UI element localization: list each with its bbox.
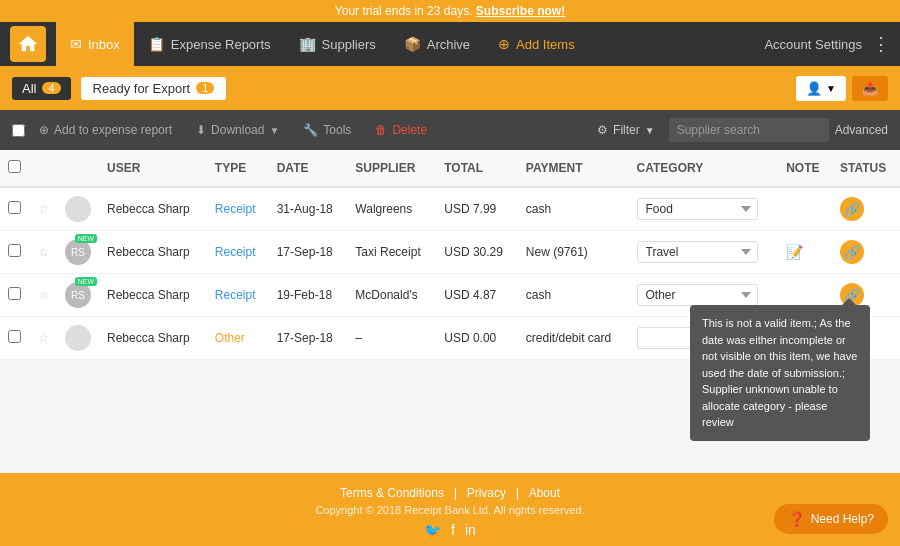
user-filter-btn[interactable]: 👤 ▼ [796, 76, 846, 101]
col-user: USER [99, 150, 207, 187]
privacy-link[interactable]: Privacy [467, 486, 506, 500]
cell-supplier: Taxi Receipt [347, 231, 436, 274]
cell-payment: cash [518, 187, 629, 231]
cell-payment: New (9761) [518, 231, 629, 274]
select-all-checkbox[interactable] [12, 124, 25, 137]
cell-category[interactable]: FoodTravelOtherEntertainmentAccommodatio… [629, 231, 779, 274]
more-menu[interactable]: ⋮ [872, 33, 890, 55]
cell-supplier: Walgreens [347, 187, 436, 231]
chevron-down-icon: ▼ [826, 83, 836, 94]
add-report-icon: ⊕ [39, 123, 49, 137]
add-icon: ⊕ [498, 36, 510, 52]
inbox-icon: ✉ [70, 36, 82, 52]
nav-right: Account Settings ⋮ [764, 33, 890, 55]
top-nav: ✉ Inbox 📋 Expense Reports 🏢 Suppliers 📦 … [0, 22, 900, 66]
sub-header-actions: 👤 ▼ 📤 [796, 76, 888, 101]
filter-icon: ⚙ [597, 123, 608, 137]
category-select[interactable]: FoodTravelOtherEntertainmentAccommodatio… [637, 198, 758, 220]
row-checkbox[interactable] [8, 244, 21, 257]
note-icon[interactable]: 📝 [786, 244, 803, 260]
cell-status[interactable]: 🔗 [832, 187, 900, 231]
account-settings[interactable]: Account Settings [764, 37, 862, 52]
toolbar-right: ⚙ Filter ▼ Advanced [589, 118, 888, 142]
cell-total: USD 4.87 [436, 274, 518, 317]
export-btn[interactable]: 📤 [852, 76, 888, 101]
col-status: STATUS [832, 150, 900, 187]
cell-type[interactable]: Receipt [207, 187, 269, 231]
need-help-btn[interactable]: ❓ Need Help? [774, 504, 888, 534]
star-icon[interactable]: ☆ [38, 288, 49, 302]
footer-copyright: Copyright © 2018 Receipt Bank Ltd. All r… [0, 504, 900, 516]
twitter-icon[interactable]: 🐦 [424, 522, 441, 538]
chevron-down-icon: ▼ [269, 125, 279, 136]
all-tab[interactable]: All 4 [12, 77, 71, 100]
cell-status[interactable]: 🔗 [832, 231, 900, 274]
tools-btn[interactable]: 🔧 Tools [293, 119, 361, 141]
col-supplier: SUPPLIER [347, 150, 436, 187]
about-link[interactable]: About [529, 486, 560, 500]
suppliers-icon: 🏢 [299, 36, 316, 52]
cell-user: Rebecca Sharp [99, 317, 207, 360]
ready-export-tab[interactable]: Ready for Export 1 [81, 77, 227, 100]
ready-count: 1 [196, 82, 214, 94]
footer-links: Terms & Conditions | Privacy | About [0, 485, 900, 500]
cell-type[interactable]: Receipt [207, 231, 269, 274]
col-date: DATE [269, 150, 348, 187]
add-to-report-btn[interactable]: ⊕ Add to expense report [29, 119, 182, 141]
facebook-icon[interactable]: f [451, 522, 455, 538]
avatar: RS [65, 239, 91, 265]
avatar: RS [65, 282, 91, 308]
cell-category[interactable]: FoodTravelOtherEntertainmentAccommodatio… [629, 187, 779, 231]
attachment-icon[interactable]: 🔗 [840, 197, 864, 221]
cell-type[interactable]: Receipt [207, 274, 269, 317]
nav-suppliers[interactable]: 🏢 Suppliers [285, 22, 390, 66]
logo[interactable] [10, 26, 46, 62]
footer-social: 🐦 f in [0, 522, 900, 538]
cell-date: 31-Aug-18 [269, 187, 348, 231]
delete-btn[interactable]: 🗑 Delete [365, 119, 437, 141]
table-row: ☆ RS Rebecca Sharp Receipt 17-Sep-18 Tax… [0, 231, 900, 274]
chevron-down-icon: ▼ [645, 125, 655, 136]
download-btn[interactable]: ⬇ Download ▼ [186, 119, 289, 141]
wrench-icon: 🔧 [303, 123, 318, 137]
supplier-search-input[interactable] [669, 118, 829, 142]
cell-payment: credit/debit card [518, 317, 629, 360]
filter-btn[interactable]: ⚙ Filter ▼ [589, 119, 663, 141]
nav-expense-reports[interactable]: 📋 Expense Reports [134, 22, 285, 66]
subscribe-link[interactable]: Subscribe now! [476, 4, 565, 18]
row-checkbox[interactable] [8, 201, 21, 214]
trial-text: Your trial ends in 23 days. [335, 4, 473, 18]
user-icon: 👤 [806, 81, 822, 96]
cell-type[interactable]: Other [207, 317, 269, 360]
toolbar: ⊕ Add to expense report ⬇ Download ▼ 🔧 T… [0, 110, 900, 150]
terms-link[interactable]: Terms & Conditions [340, 486, 444, 500]
star-icon[interactable]: ☆ [38, 202, 49, 216]
row-checkbox[interactable] [8, 287, 21, 300]
all-count: 4 [42, 82, 60, 94]
category-select[interactable]: FoodTravelOtherEntertainmentAccommodatio… [637, 241, 758, 263]
row-checkbox[interactable] [8, 330, 21, 343]
cell-supplier: – [347, 317, 436, 360]
nav-inbox[interactable]: ✉ Inbox [56, 22, 134, 66]
advanced-btn[interactable]: Advanced [835, 123, 888, 137]
archive-icon: 📦 [404, 36, 421, 52]
footer: Terms & Conditions | Privacy | About Cop… [0, 473, 900, 546]
nav-items: ✉ Inbox 📋 Expense Reports 🏢 Suppliers 📦 … [56, 22, 764, 66]
nav-archive[interactable]: 📦 Archive [390, 22, 484, 66]
star-icon[interactable]: ☆ [38, 245, 49, 259]
nav-add-items[interactable]: ⊕ Add Items [484, 22, 589, 66]
col-category: CATEGORY [629, 150, 779, 187]
attachment-icon[interactable]: 🔗 [840, 240, 864, 264]
header-checkbox[interactable] [8, 160, 21, 173]
linkedin-icon[interactable]: in [465, 522, 476, 538]
table-header-row: USER TYPE DATE SUPPLIER TOTAL PAYMENT CA… [0, 150, 900, 187]
cell-user: Rebecca Sharp [99, 187, 207, 231]
col-total: TOTAL [436, 150, 518, 187]
category-select[interactable]: FoodTravelOtherEntertainmentAccommodatio… [637, 284, 758, 306]
cell-note [778, 187, 832, 231]
trash-icon: 🗑 [375, 123, 387, 137]
star-icon[interactable]: ☆ [38, 331, 49, 345]
col-type: TYPE [207, 150, 269, 187]
expense-icon: 📋 [148, 36, 165, 52]
col-note: NOTE [778, 150, 832, 187]
